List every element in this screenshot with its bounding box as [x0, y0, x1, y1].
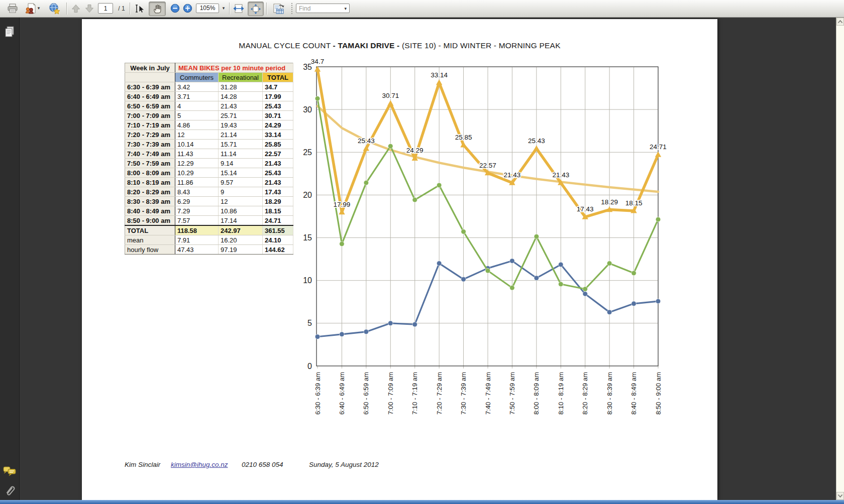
pdf-toolbar: ▾ / 1: [0, 0, 844, 18]
zoom-out-button[interactable]: [169, 2, 181, 15]
globe-star-icon: [48, 3, 60, 15]
find-input[interactable]: [296, 4, 350, 13]
zoom-level-box[interactable]: 105%: [196, 2, 219, 15]
recreational-cell: 11.14: [219, 149, 263, 159]
select-tool-icon: [134, 4, 145, 14]
data-label: 22.57: [479, 162, 496, 169]
recreational-cell: 14.28: [219, 92, 263, 101]
toolbar-drag-grip[interactable]: [291, 3, 294, 14]
data-label: 21.43: [504, 171, 521, 179]
hourly-label: hourly flow: [125, 245, 175, 255]
table-row: 6:30 - 6:39 am3.4231.2834.7: [125, 82, 293, 92]
table-row: 7:20 - 7:29 am1221.1433.14: [125, 130, 293, 140]
share-sign-button[interactable]: ▾: [22, 2, 42, 15]
document-viewport[interactable]: MANUAL CYCLE COUNT - TAMAKI DRIVE - (SIT…: [20, 18, 836, 500]
zoom-in-button[interactable]: [181, 2, 193, 15]
zoom-dropdown-button[interactable]: ▾: [220, 2, 227, 15]
mean-row: mean7.9116.2024.10: [125, 235, 293, 245]
point-marker: [315, 96, 320, 101]
total-cell: 21.43: [263, 178, 293, 187]
total-cell: 30.71: [263, 111, 293, 120]
x-axis-label: 8:50 - 9:00 am: [655, 372, 662, 415]
y-axis-label: 0: [307, 362, 312, 370]
share-dropdown-caret[interactable]: ▾: [38, 6, 40, 11]
footer-email-link[interactable]: kimsin@ihug.co.nz: [171, 461, 228, 468]
point-marker: [534, 276, 539, 281]
commuters-cell: 12: [175, 130, 219, 140]
commuters-cell: 10.14: [175, 140, 219, 149]
hand-tool-button[interactable]: [149, 2, 166, 16]
time-cell: 7:50 - 7:59 am: [125, 159, 175, 168]
total-cell: 33.14: [263, 130, 293, 140]
comments-icon: [3, 465, 17, 477]
svg-text:8:50 - 9:00 am: 8:50 - 9:00 am: [655, 372, 662, 415]
scroll-down-button[interactable]: [836, 492, 844, 500]
y-axis-label: 15: [303, 233, 312, 242]
x-axis-label: 7:00 - 7:09 am: [387, 372, 394, 415]
attachments-panel-button[interactable]: [3, 482, 17, 497]
time-cell: 8:30 - 8:39 am: [125, 197, 175, 206]
scroll-up-button[interactable]: [836, 18, 844, 26]
x-axis-label: 6:40 - 6:49 am: [338, 372, 346, 415]
commuters-cell: 4: [175, 101, 219, 111]
data-label: 24.29: [406, 147, 424, 154]
chart-container: 051015202530356:30 - 6:39 am6:40 - 6:49 …: [301, 53, 668, 442]
footer-author: Kim Sinclair: [125, 461, 160, 468]
commuters-cell: 12.29: [175, 159, 219, 168]
point-marker: [315, 334, 320, 339]
point-marker: [388, 321, 393, 326]
previous-page-button[interactable]: [69, 2, 82, 15]
total-cell: 18.15: [263, 206, 293, 216]
print-button[interactable]: [5, 2, 20, 15]
next-page-button[interactable]: [83, 2, 96, 15]
chevron-up-icon: [837, 20, 843, 24]
page-number-input[interactable]: [98, 3, 113, 14]
recreational-cell: 21.43: [219, 101, 263, 111]
fit-width-button[interactable]: [232, 2, 246, 15]
fit-page-button[interactable]: [248, 2, 264, 16]
pages-panel-button[interactable]: [3, 25, 17, 40]
data-label: 17.99: [334, 201, 351, 208]
point-marker: [437, 261, 442, 266]
cycle-chart: 051015202530356:30 - 6:39 am6:40 - 6:49 …: [301, 53, 668, 442]
select-tool-button[interactable]: [133, 2, 147, 15]
table-row: 6:40 - 6:49 am3.7114.2817.99: [125, 92, 293, 101]
point-marker: [461, 229, 466, 234]
point-marker: [364, 180, 369, 185]
x-axis-label: 8:10 - 8:19 am: [557, 372, 565, 415]
mean-total: 24.10: [263, 235, 293, 245]
point-marker: [388, 144, 393, 149]
find-dropdown-caret[interactable]: ▾: [344, 6, 347, 11]
point-marker: [631, 271, 637, 276]
point-marker: [607, 261, 612, 266]
svg-text:7:00 - 7:09 am: 7:00 - 7:09 am: [387, 372, 394, 415]
zoom-dropdown-caret: ▾: [223, 6, 225, 11]
upload-web-button[interactable]: [46, 2, 62, 15]
x-axis-label: 8:30 - 8:39 am: [606, 372, 613, 415]
convert-export-button[interactable]: [270, 2, 288, 15]
recreational-cell: 19.43: [219, 120, 263, 130]
svg-text:8:10 - 8:19 am: 8:10 - 8:19 am: [557, 372, 565, 415]
fit-page-icon: [250, 4, 261, 15]
point-marker: [510, 286, 515, 291]
data-label: 21.43: [552, 171, 569, 179]
commuters-cell: 11.86: [175, 178, 219, 187]
time-cell: 7:40 - 7:49 am: [125, 149, 175, 159]
comments-panel-button[interactable]: [3, 463, 17, 478]
point-marker: [412, 322, 417, 327]
commuters-cell: 5: [175, 111, 219, 120]
vertical-scrollbar[interactable]: [836, 18, 844, 500]
toolbar-separator: [130, 3, 131, 15]
total-cell: 25.43: [263, 168, 293, 178]
data-label: 34.7: [311, 58, 324, 65]
total-cell: 17.99: [263, 92, 293, 101]
data-label: 25.85: [455, 134, 472, 141]
mean-label: mean: [125, 235, 175, 245]
toolbar-separator: [229, 3, 230, 15]
point-marker: [656, 299, 661, 304]
mean-recreational: 16.20: [219, 235, 263, 245]
printer-icon: [7, 4, 18, 14]
time-cell: 8:50 - 9:00 am: [125, 216, 175, 226]
mean-bikes-header-cell: MEAN BIKES per 10 minute period: [175, 63, 293, 73]
zoom-level-value: 105%: [196, 4, 219, 13]
